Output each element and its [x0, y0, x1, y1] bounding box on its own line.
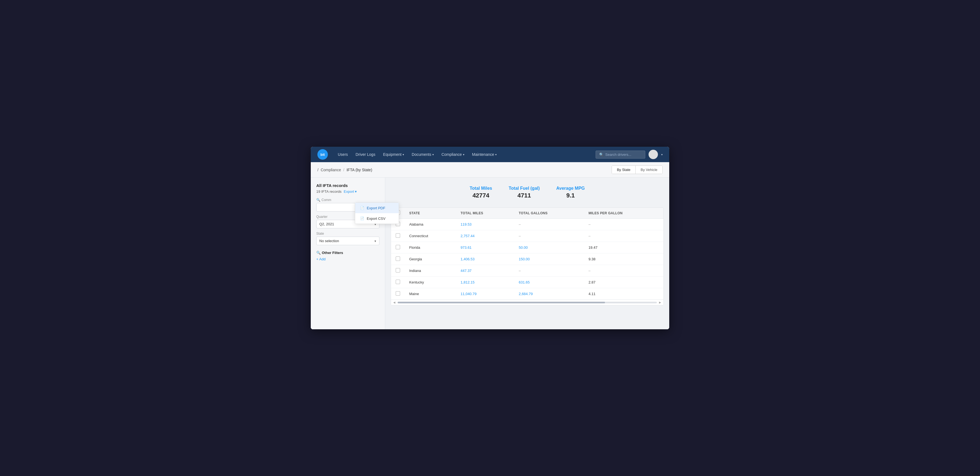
chevron-down-icon: ▾ [463, 153, 465, 156]
table-header-row: STATE TOTAL MILES TOTAL GALLONS MILES PE… [391, 208, 663, 219]
miles-col-header: TOTAL MILES [456, 208, 514, 219]
gallons-cell[interactable]: 50.00 [514, 242, 584, 253]
state-select[interactable]: No selection [316, 237, 379, 245]
state-cell: Florida [405, 242, 456, 253]
top-nav: bit Users Driver Logs Equipment ▾ Docume… [311, 147, 669, 162]
breadcrumb-current: IFTA (by State) [347, 168, 372, 172]
row-checkbox[interactable] [396, 280, 400, 284]
table-row: Maine 11,040.79 2,684.79 4.11 [391, 288, 663, 300]
miles-cell[interactable]: 1,406.53 [456, 253, 514, 265]
row-checkbox-cell [391, 242, 405, 253]
row-checkbox[interactable] [396, 268, 400, 272]
row-checkbox-cell [391, 277, 405, 288]
export-pdf-item[interactable]: 📄 Export PDF [355, 203, 399, 213]
state-cell: Maine [405, 288, 456, 300]
total-miles-stat: Total Miles 42774 [469, 186, 492, 199]
sidebar: All IFTA records 19 IFTA records Export … [311, 178, 385, 329]
gallons-cell[interactable]: 2,684.79 [514, 288, 584, 300]
scroll-left-icon[interactable]: ◀ [392, 301, 396, 304]
chevron-down-icon[interactable]: ▾ [661, 153, 663, 156]
miles-cell[interactable]: 973.61 [456, 242, 514, 253]
avg-mpg-stat: Average MPG 9.1 [556, 186, 585, 199]
view-by-state-button[interactable]: By State [612, 166, 636, 174]
export-csv-item[interactable]: 📄 Export CSV [355, 213, 399, 224]
state-cell: Indiana [405, 265, 456, 277]
nav-users[interactable]: Users [334, 150, 351, 159]
table-row: Florida 973.61 50.00 19.47 [391, 242, 663, 253]
company-filter-label: 🔍 Comm [316, 198, 379, 202]
miles-cell[interactable]: 1,812.15 [456, 277, 514, 288]
total-miles-label: Total Miles [469, 186, 492, 191]
table-row: Kentucky 1,812.15 631.65 2.87 [391, 277, 663, 288]
miles-cell[interactable]: 2,757.44 [456, 230, 514, 242]
nav-compliance[interactable]: Compliance ▾ [438, 150, 468, 159]
mpg-col-header: MILES PER GALLON [584, 208, 663, 219]
nav-right: 🔍 ▾ [596, 150, 663, 159]
stats-row: Total Miles 42774 Total Fuel (gal) 4711 … [391, 183, 664, 202]
breadcrumb-bar: / Compliance / IFTA (by State) By State … [311, 162, 669, 178]
state-cell: Kentucky [405, 277, 456, 288]
avg-mpg-value: 9.1 [556, 192, 585, 199]
row-checkbox[interactable] [396, 245, 400, 249]
export-button[interactable]: Export ▾ [344, 189, 357, 194]
row-checkbox-cell [391, 288, 405, 300]
gallons-cell: – [514, 219, 584, 230]
horizontal-scrollbar[interactable]: ◀ ▶ [391, 299, 663, 305]
chevron-down-icon: ▾ [433, 153, 434, 156]
search-icon: 🔍 [316, 198, 320, 202]
gallons-col-header: TOTAL GALLONS [514, 208, 584, 219]
mpg-cell: – [584, 230, 663, 242]
gallons-cell: – [514, 230, 584, 242]
mpg-cell: 9.38 [584, 253, 663, 265]
state-cell: Connecticut [405, 230, 456, 242]
gallons-cell[interactable]: 631.65 [514, 277, 584, 288]
pdf-icon: 📄 [360, 205, 364, 210]
state-cell: Alabama [405, 219, 456, 230]
nav-documents[interactable]: Documents ▾ [408, 150, 437, 159]
content-area: All IFTA records 19 IFTA records Export … [311, 178, 669, 329]
nav-maintenance[interactable]: Maintenance ▾ [469, 150, 500, 159]
table-row: Georgia 1,406.53 150.00 9.38 [391, 253, 663, 265]
breadcrumb-sep: / [317, 168, 318, 172]
scroll-thumb [398, 302, 605, 303]
table-scroll[interactable]: STATE TOTAL MILES TOTAL GALLONS MILES PE… [391, 208, 663, 299]
row-checkbox[interactable] [396, 256, 400, 261]
nav-equipment[interactable]: Equipment ▾ [380, 150, 407, 159]
add-filter-button[interactable]: + Add [316, 257, 379, 261]
chevron-down-icon: ▾ [402, 153, 404, 156]
search-box[interactable]: 🔍 [596, 151, 645, 159]
row-checkbox[interactable] [396, 291, 400, 296]
data-table: STATE TOTAL MILES TOTAL GALLONS MILES PE… [391, 207, 664, 305]
search-input[interactable] [605, 153, 642, 157]
mpg-cell: 4.11 [584, 288, 663, 300]
row-checkbox-cell [391, 230, 405, 242]
state-filter-label: State [316, 232, 379, 236]
gallons-cell[interactable]: 150.00 [514, 253, 584, 265]
row-checkbox[interactable] [396, 233, 400, 238]
total-fuel-stat: Total Fuel (gal) 4711 [509, 186, 540, 199]
table-row: Connecticut 2,757.44 – – [391, 230, 663, 242]
sidebar-title: All IFTA records [316, 183, 379, 188]
nav-links: Users Driver Logs Equipment ▾ Documents … [334, 150, 589, 159]
view-by-vehicle-button[interactable]: By Vehicle [636, 166, 662, 174]
scroll-track [398, 302, 657, 303]
miles-cell[interactable]: 447.37 [456, 265, 514, 277]
miles-cell[interactable]: 11,040.79 [456, 288, 514, 300]
avg-mpg-label: Average MPG [556, 186, 585, 191]
ifta-table: STATE TOTAL MILES TOTAL GALLONS MILES PE… [391, 208, 663, 299]
sidebar-count: 19 IFTA records Export ▾ [316, 189, 379, 194]
state-select-wrapper: No selection [316, 237, 379, 245]
other-filters-label: 🔍 Other Filters [316, 251, 379, 255]
breadcrumb: / Compliance / IFTA (by State) [317, 168, 372, 172]
nav-driver-logs[interactable]: Driver Logs [352, 150, 379, 159]
mpg-cell: 2.87 [584, 277, 663, 288]
breadcrumb-compliance[interactable]: Compliance [321, 168, 341, 172]
export-dropdown: 📄 Export PDF 📄 Export CSV [355, 202, 399, 224]
search-icon: 🔍 [316, 251, 321, 255]
scroll-right-icon[interactable]: ▶ [658, 301, 662, 304]
miles-cell[interactable]: 119.53 [456, 219, 514, 230]
table-row: Indiana 447.37 – – [391, 265, 663, 277]
state-col-header: STATE [405, 208, 456, 219]
app-logo[interactable]: bit [317, 149, 328, 160]
avatar[interactable] [649, 150, 658, 159]
